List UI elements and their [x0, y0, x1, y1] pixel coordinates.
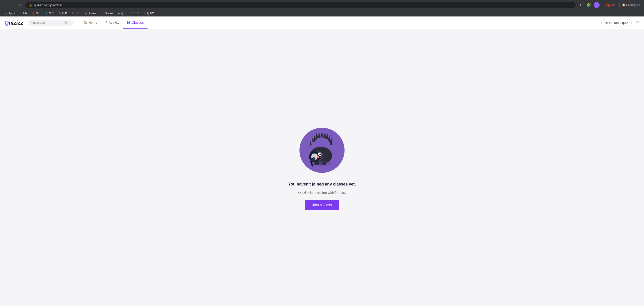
bookmark-qwiki[interactable]: Q Q Wiki	[99, 11, 114, 16]
create-quiz-button[interactable]: ⊕ Create a quiz	[602, 19, 632, 27]
back-button[interactable]: ←	[3, 2, 9, 8]
ht-icon: H	[72, 12, 75, 15]
bookmark-ht[interactable]: H H T	[70, 11, 82, 16]
empty-state-subtitle: Quizizz is more fun with friends.	[298, 191, 346, 194]
qf-icon: Q	[32, 12, 35, 15]
search-bar[interactable]: 🔍	[28, 20, 73, 26]
bookmark-asana-label: Asana	[88, 12, 96, 15]
extensions-button[interactable]: 🧩	[586, 2, 592, 8]
hr-icon: in	[19, 12, 22, 15]
nav-link-home-label: Home	[88, 21, 98, 24]
bookmark-apps-label: Apps	[8, 12, 15, 15]
svg-point-24	[322, 162, 326, 165]
qwiki-icon: Q	[101, 12, 104, 15]
tc-icon: T	[130, 12, 134, 15]
avatar: U	[594, 2, 600, 8]
bookmark-qhc-label: Q HC	[147, 12, 154, 15]
separator: |	[602, 3, 602, 8]
bookmark-qhc[interactable]: Q Q HC	[142, 11, 156, 16]
app-bar: Q uizizz 🔍 🏠 Home ↺ Activity 👥 Classes ⊕…	[0, 17, 644, 29]
bookmark-qc[interactable]: Q Q C	[43, 11, 56, 16]
bookmark-qf[interactable]: Q Q F	[30, 11, 42, 16]
logo-q: Q	[4, 20, 9, 26]
create-quiz-label: Create a quiz	[609, 21, 628, 25]
empty-state-title: You haven't joined any classes yet.	[288, 182, 356, 187]
bookmarks-bar: ⊞ Apps in HR Q Q F Q Q C G G D H H T ◉ A…	[0, 10, 644, 17]
hedgehog-illustration	[300, 128, 344, 173]
svg-point-20	[320, 154, 321, 154]
browser-actions: ★ 🧩 U | Update | 📋 Reading List	[578, 2, 641, 8]
separator2: |	[619, 3, 620, 8]
bookmark-hr-label: HR	[23, 12, 27, 15]
nav-buttons: ← → ↻	[3, 2, 24, 8]
reading-list-icon: 📋	[622, 4, 625, 7]
bookmark-gd-label: G D	[62, 12, 67, 15]
bookmark-qf-label: Q F	[36, 12, 40, 15]
bookmark-qt-label: Q T	[121, 12, 126, 15]
main-content: You haven't joined any classes yet. Quiz…	[0, 29, 644, 306]
bookmark-gd[interactable]: G G D	[56, 11, 69, 16]
nav-link-activity[interactable]: ↺ Activity	[101, 17, 123, 29]
star-button[interactable]: ★	[578, 2, 584, 8]
quizizz-logo[interactable]: Q uizizz	[4, 20, 23, 26]
asana-icon: ◉	[84, 12, 88, 15]
classes-icon: 👥	[126, 21, 130, 24]
bookmark-apps[interactable]: ⊞ Apps	[3, 11, 16, 16]
svg-point-21	[317, 156, 319, 158]
qhc-icon: Q	[143, 12, 146, 15]
logo-rest: uizizz	[9, 20, 23, 26]
svg-point-23	[314, 162, 319, 165]
menu-button[interactable]: ☰	[636, 20, 640, 26]
bookmark-asana[interactable]: ◉ Asana	[83, 11, 98, 16]
nav-link-home[interactable]: 🏠 Home	[80, 17, 101, 29]
qt-icon: 🐦	[117, 12, 120, 15]
join-class-button[interactable]: Join a Class	[305, 200, 339, 210]
apps-icon: ⊞	[4, 12, 8, 15]
app-bar-right: ⊕ Create a quiz ☰	[602, 19, 640, 27]
home-icon: 🏠	[83, 21, 87, 24]
bookmark-tc[interactable]: T T C	[128, 11, 140, 16]
forward-button[interactable]: →	[10, 2, 16, 8]
browser-chrome: ← → ↻ 🔒 quizizz.com/join/class ★ 🧩 U | U…	[0, 0, 644, 17]
qc-icon: Q	[45, 12, 48, 15]
lock-icon: 🔒	[29, 4, 32, 7]
bookmark-tc-label: T C	[134, 12, 139, 15]
svg-point-17	[312, 155, 315, 158]
activity-icon: ↺	[105, 21, 107, 24]
search-icon: 🔍	[64, 21, 68, 24]
bookmark-qc-label: Q C	[49, 12, 54, 15]
bookmark-qt[interactable]: 🐦 Q T	[116, 11, 128, 16]
reading-list-button[interactable]: 📋 Reading List	[622, 4, 641, 7]
gd-icon: G	[58, 12, 61, 15]
nav-links: 🏠 Home ↺ Activity 👥 Classes	[80, 17, 148, 29]
create-quiz-icon: ⊕	[605, 21, 608, 25]
address-bar[interactable]: 🔒 quizizz.com/join/class	[25, 2, 576, 8]
update-button[interactable]: Update	[604, 3, 618, 8]
nav-link-activity-label: Activity	[109, 21, 120, 24]
reload-button[interactable]: ↻	[17, 2, 24, 8]
empty-state: You haven't joined any classes yet. Quiz…	[288, 128, 356, 210]
bookmark-ht-label: H T	[76, 12, 80, 15]
bookmark-qwiki-label: Q Wiki	[105, 12, 113, 15]
bookmark-hr[interactable]: in HR	[17, 11, 29, 16]
url-text: quizizz.com/join/class	[34, 4, 62, 7]
search-input[interactable]	[31, 21, 62, 24]
nav-link-classes[interactable]: 👥 Classes	[123, 17, 147, 29]
nav-link-classes-label: Classes	[132, 21, 144, 24]
browser-toolbar: ← → ↻ 🔒 quizizz.com/join/class ★ 🧩 U | U…	[0, 0, 644, 10]
